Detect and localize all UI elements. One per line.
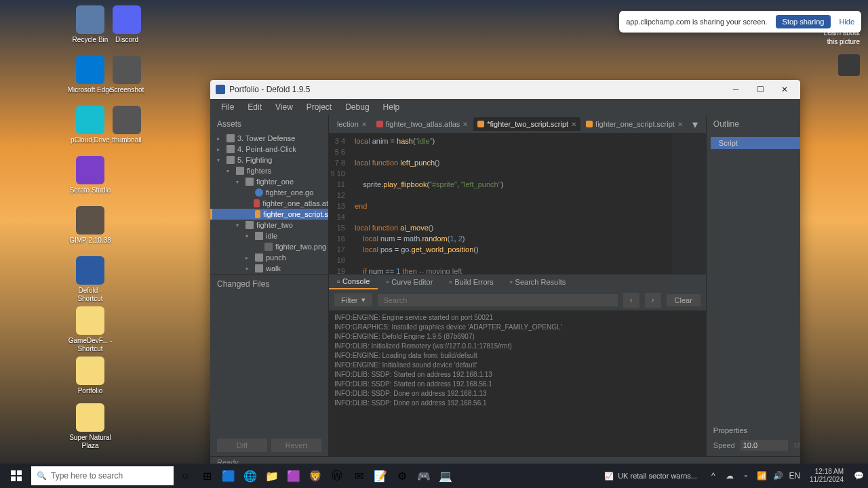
tree-item[interactable]: fighter_one_script.s — [210, 209, 328, 220]
taskbar-app-6[interactable]: ✉ — [349, 464, 369, 488]
code-editor[interactable]: 3 4 5 6 7 8 9 10 11 12 13 14 15 16 17 18… — [329, 133, 672, 274]
volume-icon[interactable]: 🔊 — [772, 471, 785, 481]
editor-tab[interactable]: fighter_two_atlas.atlas✕ — [372, 117, 472, 131]
tree-item[interactable]: ▾fighter_one — [210, 176, 328, 187]
window-title: Portfolio - Defold 1.9.5 — [229, 85, 722, 94]
minimap[interactable] — [672, 133, 706, 274]
next-result-button[interactable]: › — [645, 293, 661, 308]
tree-item[interactable]: fighter_two.png — [210, 241, 328, 252]
menu-view[interactable]: View — [270, 101, 298, 113]
close-button[interactable]: ✕ — [774, 80, 795, 99]
speed-input[interactable] — [741, 440, 788, 451]
picture-thumbnail[interactable] — [838, 54, 860, 76]
language-icon[interactable]: EN — [788, 471, 802, 481]
tree-item[interactable]: ▸3. Tower Defense — [210, 133, 328, 144]
minimize-button[interactable]: ─ — [726, 80, 746, 99]
desktop-icon[interactable]: Portfolio — [66, 357, 114, 395]
taskbar-app-5[interactable]: Ⓦ — [327, 464, 347, 488]
tree-item[interactable]: ▾walk — [210, 263, 328, 274]
tray-icon-2[interactable]: ▫ — [739, 471, 753, 481]
menu-help[interactable]: Help — [378, 101, 406, 113]
taskbar-app-9[interactable]: 🎮 — [414, 464, 434, 488]
console-search-input[interactable] — [378, 294, 617, 306]
svg-rect-1 — [17, 470, 22, 475]
close-tab-icon[interactable]: ✕ — [677, 121, 683, 128]
editor-tabs: lection✕fighter_two_atlas.atlas✕*fighter… — [329, 115, 706, 133]
desktop-icon[interactable]: Screenshot — [103, 56, 151, 94]
assets-tree[interactable]: ▸3. Tower Defense▸4. Point-and-Click▾5. … — [210, 133, 328, 274]
taskbar-app-8[interactable]: ⚙ — [392, 464, 412, 488]
file-explorer-icon[interactable]: 📁 — [262, 464, 282, 488]
outline-script-item[interactable]: Script — [711, 137, 800, 149]
start-button[interactable] — [3, 464, 30, 488]
menu-project[interactable]: Project — [301, 101, 337, 113]
news-widget[interactable]: 📈 UK retail sector warns... — [597, 472, 704, 481]
menu-edit[interactable]: Edit — [242, 101, 267, 113]
filter-button[interactable]: Filter▾ — [334, 293, 372, 306]
taskbar-app-2[interactable]: 🌐 — [240, 464, 260, 488]
taskbar-app-3[interactable]: 🟪 — [283, 464, 304, 488]
prev-result-button[interactable]: ‹ — [623, 293, 639, 308]
desktop-icon[interactable]: Serato Studio — [66, 156, 114, 195]
svg-rect-2 — [11, 476, 16, 481]
desktop-icon[interactable]: GameDevF... - Shortcut — [66, 306, 114, 353]
desktop-icon[interactable]: Super Natural Plaza — [66, 403, 114, 450]
tree-item[interactable]: ▸4. Point-and-Click — [210, 144, 328, 155]
close-tab-icon[interactable]: ✕ — [571, 121, 576, 128]
desktop-icon[interactable]: thumbnail — [103, 106, 151, 144]
tree-item[interactable]: fighter_one_atlas.at — [210, 198, 328, 209]
tree-item[interactable]: fighter_one.go — [210, 187, 328, 198]
bottom-tab-curve-editor[interactable]: ▫Curve Editor — [378, 275, 441, 289]
wifi-icon[interactable]: 📶 — [755, 471, 769, 481]
news-icon: 📈 — [604, 472, 614, 481]
maximize-button[interactable]: ☐ — [750, 80, 770, 99]
bottom-tab-console[interactable]: ▫Console — [329, 274, 378, 289]
changed-files-header: Changed Files — [210, 274, 328, 293]
defold-window: Portfolio - Defold 1.9.5 ─ ☐ ✕ FileEditV… — [210, 80, 800, 470]
close-tab-icon[interactable]: ✕ — [462, 121, 468, 128]
console-output[interactable]: INFO:ENGINE: Engine service started on p… — [329, 310, 706, 457]
desktop-icon[interactable]: Discord — [103, 5, 151, 44]
code-content[interactable]: local anim = hash("idle") local function… — [349, 133, 672, 274]
tree-item[interactable]: ▾fighter_two — [210, 220, 328, 230]
menubar: FileEditViewProjectDebugHelp — [210, 99, 800, 115]
taskbar-app-4[interactable]: 🦁 — [305, 464, 326, 488]
clear-button[interactable]: Clear — [667, 294, 701, 306]
speed-label: Speed — [713, 441, 735, 449]
clock[interactable]: 12:18 AM 11/21/2024 — [804, 468, 849, 484]
chevron-down-icon: ▾ — [361, 296, 366, 304]
type-badge: 123 — [793, 442, 800, 449]
bottom-tab-build-errors[interactable]: ▫Build Errors — [441, 275, 501, 289]
editor-tab[interactable]: fighter_one_script.script✕ — [582, 117, 687, 131]
taskbar-app-7[interactable]: 📝 — [370, 464, 391, 488]
task-view-icon[interactable]: ⊞ — [197, 464, 217, 488]
editor-tab[interactable]: lection✕ — [333, 117, 371, 131]
desktop-icon[interactable]: GIMP 2.10.38 — [66, 206, 114, 245]
onedrive-icon[interactable]: ☁ — [723, 471, 736, 481]
editor-tab[interactable]: *fighter_two_script.script✕ — [473, 117, 580, 131]
tray-chevron-icon[interactable]: ^ — [707, 471, 720, 481]
tree-item[interactable]: ▾fighters — [210, 165, 328, 176]
titlebar[interactable]: Portfolio - Defold 1.9.5 ─ ☐ ✕ — [210, 80, 800, 99]
properties-panel-header: Properties — [713, 426, 800, 434]
hide-share-button[interactable]: Hide — [839, 18, 854, 26]
menu-file[interactable]: File — [216, 101, 239, 113]
close-tab-icon[interactable]: ✕ — [361, 121, 367, 128]
stop-sharing-button[interactable]: Stop sharing — [776, 15, 831, 28]
tree-item[interactable]: ▾5. Fighting — [210, 155, 328, 165]
revert-button[interactable]: Revert — [271, 439, 321, 452]
notifications-icon[interactable]: 💬 — [852, 471, 865, 481]
menu-debug[interactable]: Debug — [340, 101, 374, 113]
cortana-icon[interactable]: ○ — [175, 464, 195, 488]
tabs-overflow-button[interactable]: ▾ — [688, 118, 702, 131]
taskbar-search[interactable]: 🔍 Type here to search — [31, 466, 174, 485]
desktop-icon[interactable]: Defold - Shortcut — [66, 256, 114, 303]
taskbar-app-10[interactable]: 💻 — [435, 464, 456, 488]
tree-item[interactable]: ▾idle — [210, 230, 328, 241]
tree-item[interactable]: ▸punch — [210, 252, 328, 263]
defold-logo-icon — [216, 85, 225, 94]
outline-panel-header: Outline — [707, 115, 800, 133]
taskbar-app-1[interactable]: 🟦 — [218, 464, 239, 488]
bottom-tab-search-results[interactable]: ▫Search Results — [502, 275, 574, 289]
diff-button[interactable]: Diff — [217, 439, 267, 452]
